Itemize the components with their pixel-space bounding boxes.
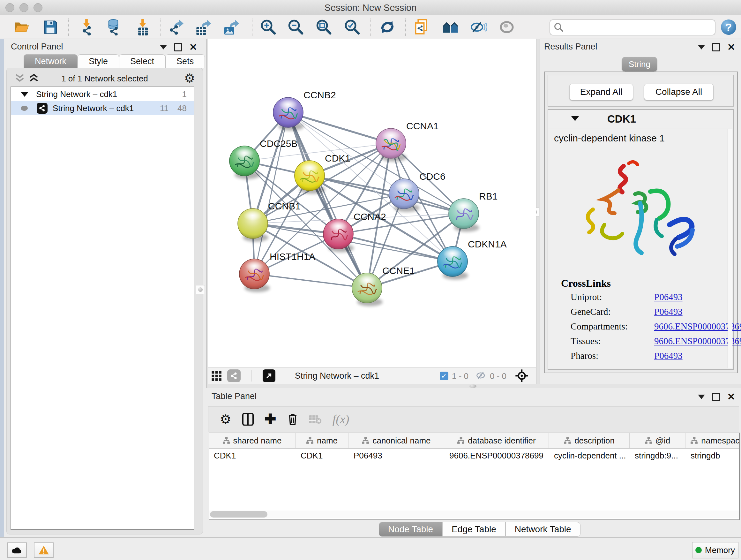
- birdseye-grid-icon[interactable]: [211, 371, 222, 381]
- close-panel-icon[interactable]: ✕: [189, 44, 197, 51]
- fit-content-crosshair-icon[interactable]: [515, 369, 529, 382]
- node-CDK1[interactable]: [294, 161, 325, 194]
- zoom-in-button[interactable]: [259, 19, 277, 36]
- left-splitter-handle[interactable]: [196, 285, 205, 294]
- zoom-out-button[interactable]: [287, 19, 305, 36]
- warnings-button[interactable]: [34, 543, 54, 558]
- delete-table-icon[interactable]: [309, 414, 322, 424]
- close-panel-icon[interactable]: ✕: [727, 44, 735, 51]
- column-header-sharedname[interactable]: shared name: [209, 433, 295, 448]
- refresh-button[interactable]: [379, 19, 396, 36]
- node-CDC25B[interactable]: [229, 146, 260, 179]
- node-CCNA1[interactable]: [376, 128, 407, 162]
- float-panel-icon[interactable]: [712, 43, 720, 51]
- collapse-card-icon[interactable]: [571, 116, 579, 121]
- network-canvas[interactable]: CCNB2CCNA1CDC25BCDK1CDC6RB1CCNB1CCNA2CDK…: [208, 39, 536, 367]
- network-graph[interactable]: CCNB2CCNA1CDC25BCDK1CDC6RB1CCNB1CCNA2CDK…: [208, 39, 536, 367]
- table-settings-gear-icon[interactable]: ⚙: [220, 412, 231, 427]
- protein-structure-image: [574, 148, 708, 276]
- tab-string[interactable]: String: [622, 57, 657, 71]
- left-splitter[interactable]: [206, 39, 207, 388]
- tab-style[interactable]: Style: [77, 54, 119, 68]
- horizontal-splitter-handle[interactable]: [469, 384, 476, 388]
- node-CCNB2[interactable]: [273, 98, 304, 131]
- node-CCNE1[interactable]: [352, 273, 383, 306]
- table-hscrollbar[interactable]: [209, 510, 739, 518]
- expand-all-button[interactable]: Expand All: [569, 84, 633, 100]
- column-header-description[interactable]: description: [549, 433, 630, 448]
- export-network-button[interactable]: [167, 19, 185, 36]
- app-store-cloud-button[interactable]: [7, 543, 27, 558]
- tab-select[interactable]: Select: [119, 54, 165, 68]
- float-panel-icon[interactable]: [712, 393, 720, 401]
- crosslink-link[interactable]: P06493: [654, 351, 683, 361]
- column-header-namespace[interactable]: namespace: [685, 433, 740, 448]
- import-network-database-button[interactable]: [105, 19, 122, 36]
- collapse-all-button[interactable]: Collapse All: [644, 84, 714, 100]
- gene-card-header[interactable]: CDK1: [548, 110, 733, 128]
- table-row[interactable]: CDK1CDK1P064939606.ENSP00000378699cyclin…: [209, 449, 740, 462]
- show-columns-icon[interactable]: [242, 413, 254, 426]
- table-cell[interactable]: CDK1: [295, 449, 348, 462]
- selected-checkbox-icon[interactable]: ✓: [440, 372, 448, 380]
- crosslink-link[interactable]: P06493: [654, 307, 683, 317]
- table-hscrollbar-thumb[interactable]: [210, 511, 267, 517]
- memory-button[interactable]: Memory: [692, 542, 738, 558]
- zoom-selected-button[interactable]: [343, 19, 361, 36]
- function-builder-icon[interactable]: f(x): [333, 412, 349, 426]
- tab-node-table[interactable]: Node Table: [379, 522, 442, 537]
- tab-network[interactable]: Network: [23, 54, 77, 68]
- first-neighbors-button[interactable]: [442, 19, 460, 36]
- edge-CCNB2-CCNA1[interactable]: [288, 112, 391, 143]
- node-CDC6[interactable]: [389, 179, 420, 212]
- collection-expander-icon[interactable]: [21, 92, 28, 97]
- table-cell[interactable]: stringdb: [685, 449, 740, 462]
- column-header-id[interactable]: @id: [630, 433, 685, 448]
- close-panel-icon[interactable]: ✕: [727, 394, 735, 400]
- delete-column-trash-icon[interactable]: [287, 413, 298, 426]
- tab-edge-table[interactable]: Edge Table: [442, 522, 506, 537]
- search-input[interactable]: [549, 19, 716, 36]
- column-header-canonicalname[interactable]: canonical name: [348, 433, 444, 448]
- help-button[interactable]: ?: [721, 19, 736, 35]
- show-all-button[interactable]: [498, 19, 516, 36]
- node-RB1[interactable]: [449, 199, 479, 232]
- gene-card-cdk1: CDK1 cyclin-dependent kinase 1: [548, 109, 734, 370]
- save-session-button[interactable]: [42, 19, 59, 36]
- table-cell[interactable]: P06493: [348, 449, 444, 462]
- edge-HIST1H1A-CCNE1[interactable]: [254, 274, 367, 288]
- import-table-button[interactable]: [134, 19, 151, 36]
- table-cell[interactable]: cyclin-dependent ...: [549, 449, 630, 462]
- export-table-button[interactable]: [195, 19, 212, 36]
- crosslink-link[interactable]: P06493: [654, 292, 683, 302]
- panel-menu-icon[interactable]: [698, 395, 705, 399]
- edge-CCNB2-HIST1H1A[interactable]: [254, 112, 288, 274]
- import-network-file-button[interactable]: [77, 19, 95, 36]
- table-cell[interactable]: CDK1: [209, 449, 295, 462]
- open-in-window-icon[interactable]: [263, 369, 275, 382]
- zoom-fit-button[interactable]: [315, 19, 333, 36]
- eye-icon: [499, 20, 514, 34]
- table-cell[interactable]: stringdb:9...: [630, 449, 685, 462]
- node-HIST1H1A[interactable]: [239, 259, 270, 292]
- float-panel-icon[interactable]: [174, 43, 182, 51]
- new-network-from-selection-button[interactable]: [413, 19, 431, 36]
- column-header-name[interactable]: name: [295, 433, 348, 448]
- panel-menu-icon[interactable]: [698, 45, 705, 50]
- node-CCNB1[interactable]: [238, 208, 268, 242]
- column-header-databaseidentifier[interactable]: database identifier: [444, 433, 549, 448]
- hide-selected-button[interactable]: [470, 19, 488, 36]
- node-CDKN1A[interactable]: [437, 246, 468, 280]
- table-cell[interactable]: 9606.ENSP00000378699: [444, 449, 549, 462]
- gear-icon[interactable]: ⚙: [184, 71, 195, 85]
- export-image-button[interactable]: [223, 19, 241, 36]
- network-collection-row[interactable]: String Network – cdk1 1: [11, 87, 194, 101]
- tab-network-table[interactable]: Network Table: [506, 522, 581, 537]
- tab-sets[interactable]: Sets: [165, 54, 205, 68]
- network-row-selected[interactable]: String Network – cdk1 11 48: [11, 101, 194, 115]
- open-file-button[interactable]: [13, 19, 30, 36]
- add-column-icon[interactable]: ✚: [265, 413, 276, 426]
- results-scrollbar[interactable]: [728, 129, 732, 368]
- panel-menu-icon[interactable]: [160, 45, 167, 50]
- string-network-badge-icon[interactable]: [227, 369, 241, 382]
